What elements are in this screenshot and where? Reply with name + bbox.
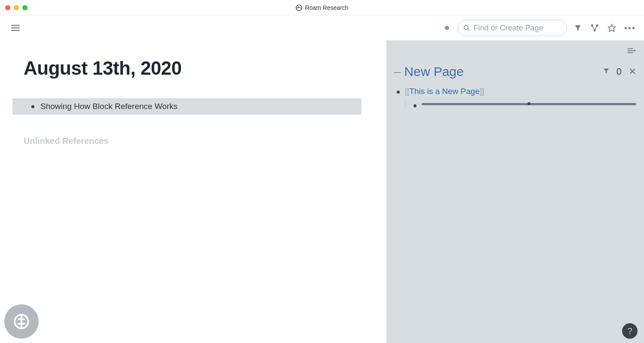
more-icon [625,27,635,29]
more-menu-button[interactable] [623,25,636,31]
roam-astrolabe-icon [12,313,30,331]
expand-sidebar-icon [627,47,636,54]
favorite-button[interactable] [606,22,618,34]
bullet-icon[interactable] [397,91,400,94]
minimize-window-button[interactable] [14,5,19,10]
svg-point-4 [592,25,593,26]
menu-toggle-button[interactable] [9,22,22,33]
graph-button[interactable] [589,22,601,34]
drop-handle-icon[interactable] [528,102,531,105]
sidebar-filter-button[interactable] [603,67,610,76]
search-icon [463,24,470,32]
filter-button[interactable] [572,22,583,33]
sidebar-filter-count: 0 [617,66,622,77]
bullet-icon[interactable] [413,104,416,107]
svg-point-1 [298,6,298,7]
block-row[interactable]: Showing How Block Reference Works [12,98,361,115]
svg-point-2 [464,25,468,29]
svg-point-5 [596,25,598,26]
star-icon [608,24,616,32]
bracket-close: ]] [480,87,484,96]
svg-marker-11 [634,49,636,52]
sidebar-close-button[interactable]: ✕ [629,66,636,77]
bullet-icon[interactable] [31,105,34,108]
app-title-text: Roam Research [305,4,348,11]
traffic-lights [5,5,27,10]
sidebar-expand-button[interactable] [627,47,636,56]
filter-icon [574,24,582,32]
right-sidebar: – New Page 0 ✕ [[This is a New Page]] [386,40,644,343]
svg-point-6 [594,30,595,31]
main-pane: August 13th, 2020 Showing How Block Refe… [0,40,386,343]
page-link[interactable]: This is a New Page [410,87,480,96]
search-box[interactable] [458,20,567,36]
window-titlebar: Roam Research [0,0,644,15]
graph-icon [590,24,599,32]
help-icon: ? [627,326,632,336]
sidebar-nested-row[interactable] [405,100,636,107]
sidebar-page-title[interactable]: New Page [404,64,600,79]
close-window-button[interactable] [5,5,10,10]
bracket-open: [[ [405,87,410,96]
sync-status-dot-icon [445,26,449,30]
search-input[interactable] [474,24,562,33]
sidebar-block-text[interactable]: [[This is a New Page]] [405,87,484,96]
collapse-toggle-button[interactable]: – [394,65,401,79]
sidebar-page-header: – New Page 0 ✕ [394,64,636,79]
maximize-window-button[interactable] [22,5,27,10]
svg-marker-7 [608,24,616,32]
roam-logo-icon [295,4,302,11]
sidebar-content: [[This is a New Page]] [394,87,636,107]
svg-line-3 [468,29,469,30]
unlinked-references-heading[interactable]: Unlinked References [24,136,365,146]
top-toolbar [0,15,644,40]
main-area: August 13th, 2020 Showing How Block Refe… [0,40,644,343]
block-text[interactable]: Showing How Block Reference Works [40,102,178,111]
page-title[interactable]: August 13th, 2020 [24,58,365,79]
roam-shortcut-button[interactable] [4,304,39,339]
sidebar-block-row[interactable]: [[This is a New Page]] [397,87,636,96]
filter-icon [603,67,610,74]
drop-indicator [422,103,636,105]
help-button[interactable]: ? [622,323,638,339]
window-title: Roam Research [295,4,348,11]
